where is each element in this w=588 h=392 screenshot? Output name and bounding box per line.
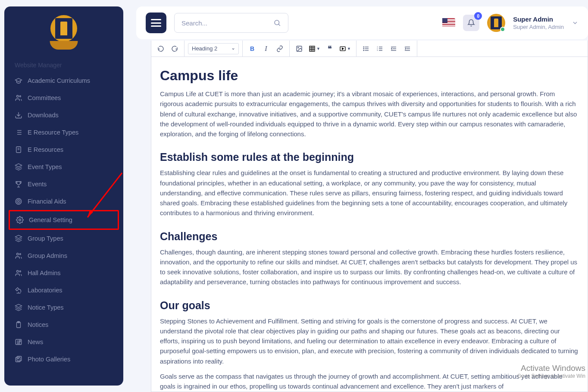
bell-icon (467, 19, 475, 27)
user-name: Super Admin (513, 16, 564, 23)
editor: Heading 2 B I ▼ ❝ ▼ 123 Campus li (151, 41, 588, 392)
news-icon (15, 338, 22, 346)
sidebar-item-label: Group Admins (28, 252, 67, 259)
svg-point-18 (17, 253, 19, 255)
sidebar-item-label: Hall Admins (28, 270, 61, 276)
svg-point-33 (275, 20, 279, 25)
language-flag[interactable] (442, 18, 455, 28)
list-icon (15, 129, 22, 136)
sidebar-item-label: Laboratories (28, 287, 63, 294)
sidebar-item-label: Photo Galleries (28, 356, 70, 363)
media-button[interactable]: ▼ (338, 45, 353, 52)
sidebar-nav[interactable]: Website Manager Academic CurriculumsComm… (4, 56, 123, 386)
sidebar-item-label: Downloads (28, 112, 59, 119)
outdent-button[interactable] (388, 43, 400, 55)
search-input[interactable] (181, 19, 273, 27)
content-p: Challenges, though daunting, are inheren… (160, 247, 579, 287)
svg-point-19 (19, 254, 21, 255)
link-button[interactable] (274, 43, 286, 55)
sidebar-item-financial-aids[interactable]: Financial Aids (9, 193, 119, 210)
sidebar-item-label: Committees (28, 94, 61, 101)
svg-marker-12 (16, 164, 22, 167)
quote-button[interactable]: ❝ (324, 43, 336, 55)
redo-button[interactable] (169, 43, 181, 55)
content-h2: Establish some rules at the beginning (160, 151, 579, 163)
sidebar-item-photo-galleries[interactable]: Photo Galleries (9, 351, 119, 368)
content-h2: Our goals (160, 299, 579, 312)
users-icon (15, 252, 22, 260)
sidebar-item-events[interactable]: Events (9, 176, 119, 193)
logo-badge (50, 15, 77, 50)
content-p: Establishing clear rules and guidelines … (160, 168, 579, 218)
sidebar-faded-item: Website Manager (9, 58, 119, 72)
bold-button[interactable]: B (246, 43, 258, 55)
undo-button[interactable] (155, 43, 167, 55)
bullet-list-button[interactable] (360, 43, 372, 55)
numbered-list-icon: 123 (376, 45, 383, 52)
sidebar-item-notice-types[interactable]: Notice Types (9, 299, 119, 316)
gallery-icon (15, 355, 22, 363)
sidebar-item-downloads[interactable]: Downloads (9, 107, 119, 124)
user-avatar[interactable] (487, 14, 505, 32)
sidebar-item-academic-curriculums[interactable]: Academic Curriculums (9, 72, 119, 89)
layers-icon (15, 163, 22, 171)
sidebar-item-notices[interactable]: Notices (9, 316, 119, 333)
indent-button[interactable] (401, 43, 413, 55)
svg-point-21 (19, 271, 21, 272)
trophy-icon (15, 180, 22, 188)
svg-point-15 (18, 201, 19, 202)
sidebar-item-label: Academic Curriculums (28, 77, 90, 84)
svg-point-47 (363, 47, 364, 47)
sidebar-item-hall-admins[interactable]: Hall Admins (9, 264, 119, 282)
layers-icon (15, 304, 22, 311)
bold-icon: B (250, 45, 254, 52)
quote-icon: ❝ (328, 44, 332, 53)
table-button[interactable]: ▼ (307, 45, 322, 52)
sidebar-item-e-resources[interactable]: E Resources (9, 141, 119, 158)
sidebar-item-group-admins[interactable]: Group Admins (9, 247, 119, 264)
svg-point-1 (19, 96, 21, 97)
image-button[interactable] (293, 43, 305, 55)
italic-button[interactable]: I (260, 43, 272, 55)
undo-icon (157, 45, 164, 52)
italic-icon: I (265, 45, 267, 53)
main: 0 Super Admin Super Admin, Admin Heading… (136, 6, 588, 392)
sidebar-item-e-resource-types[interactable]: E Resource Types (9, 124, 119, 141)
sidebar-item-label: Notice Types (28, 304, 64, 311)
svg-marker-22 (16, 304, 22, 308)
sidebar-item-label: Financial Aids (28, 198, 66, 205)
notification-button[interactable]: 0 (463, 15, 479, 31)
sidebar-item-event-types[interactable]: Event Types (9, 158, 119, 176)
svg-rect-37 (310, 46, 315, 51)
users-icon (15, 94, 22, 102)
menu-toggle-button[interactable] (146, 13, 166, 33)
heading-select[interactable]: Heading 2 (188, 43, 239, 54)
layers-icon (15, 235, 22, 242)
sidebar-item-label: Event Types (28, 163, 62, 170)
chevron-down-icon[interactable] (572, 19, 579, 26)
editor-content[interactable]: Campus life Campus Life at CUET is more … (151, 57, 588, 392)
svg-point-49 (363, 50, 364, 50)
users-icon (15, 269, 22, 277)
content-p: Stepping Stones to Achievement and Fulfi… (160, 316, 579, 366)
outdent-icon (390, 45, 397, 52)
sidebar-item-group-types[interactable]: Group Types (9, 230, 119, 247)
sidebar-item-committees[interactable]: Committees (9, 89, 119, 107)
target-icon (15, 198, 22, 205)
svg-point-16 (19, 219, 21, 221)
gear-icon (16, 216, 24, 224)
media-icon (339, 45, 346, 52)
numbered-list-button[interactable]: 123 (374, 43, 386, 55)
svg-marker-43 (342, 48, 344, 50)
content-p: Campus Life at CUET is more than just an… (160, 89, 579, 139)
svg-point-48 (363, 48, 364, 49)
sidebar-item-general-setting[interactable]: General Setting (9, 210, 119, 230)
sidebar-item-label: General Setting (29, 216, 72, 223)
sidebar: Website Manager Academic CurriculumsComm… (4, 6, 123, 386)
sidebar-item-label: Notices (28, 321, 48, 328)
sidebar-item-laboratories[interactable]: Laboratories (9, 282, 119, 299)
sidebar-item-news[interactable]: News (9, 333, 119, 351)
image-icon (296, 45, 303, 52)
doc-icon (15, 146, 22, 154)
search-box[interactable] (174, 13, 288, 33)
